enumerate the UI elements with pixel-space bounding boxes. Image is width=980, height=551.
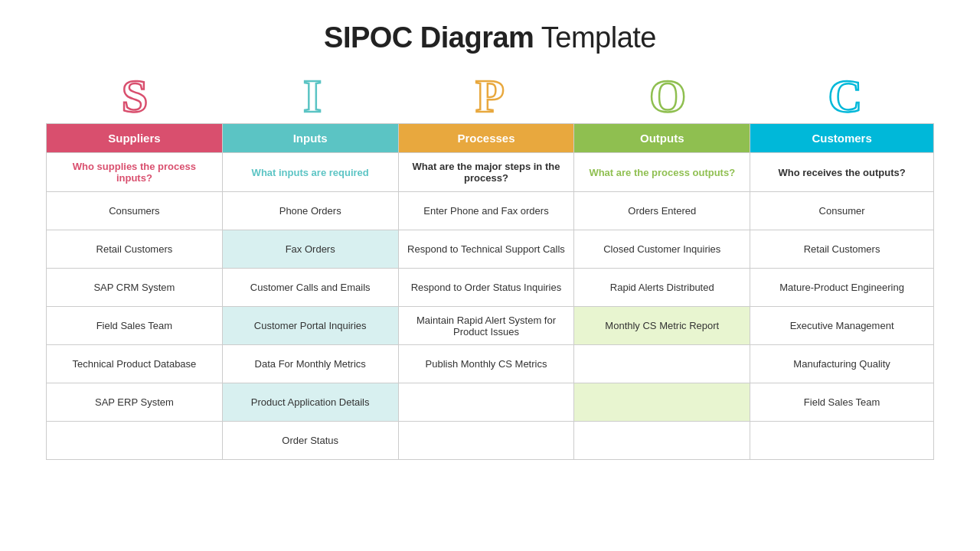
cell-output <box>574 345 750 383</box>
table-row: Order Status <box>47 422 934 460</box>
cell-supplier: SAP CRM System <box>47 269 223 307</box>
cell-customer: Field Sales Team <box>750 383 934 422</box>
letter-c: C <box>756 68 934 123</box>
letter-s: S <box>46 68 224 123</box>
cell-process: Respond to Order Status Inquiries <box>398 269 574 307</box>
subheader-inputs: What inputs are required <box>222 153 398 192</box>
page-title: SIPOC Diagram Template <box>324 21 656 54</box>
cell-output <box>574 422 750 460</box>
cell-supplier: SAP ERP System <box>47 383 223 422</box>
cell-output: Monthly CS Metric Report <box>574 307 750 345</box>
cell-supplier <box>47 422 223 460</box>
subheader-outputs: What are the process outputs? <box>574 153 750 192</box>
cell-output: Rapid Alerts Distributed <box>574 269 750 307</box>
cell-customer: Executive Management <box>750 307 934 345</box>
cell-process: Respond to Technical Support Calls <box>398 230 574 269</box>
cell-input: Fax Orders <box>222 230 398 269</box>
cell-input: Data For Monthly Metrics <box>222 345 398 383</box>
cell-output: Closed Customer Inquiries <box>574 230 750 269</box>
table-row: Retail Customers Fax Orders Respond to T… <box>47 230 934 269</box>
cell-supplier: Technical Product Database <box>47 345 223 383</box>
cell-input: Order Status <box>222 422 398 460</box>
header-inputs: Inputs <box>222 124 398 153</box>
cell-customer: Manufacturing Quality <box>750 345 934 383</box>
letter-row: S I P O C <box>46 68 934 123</box>
table-body: Consumers Phone Orders Enter Phone and F… <box>47 192 934 460</box>
subheader-row: Who supplies the process inputs? What in… <box>47 153 934 192</box>
header-outputs: Outputs <box>574 124 750 153</box>
cell-process <box>398 383 574 422</box>
header-row: Suppliers Inputs Processes Outputs Custo… <box>47 124 934 153</box>
cell-supplier: Consumers <box>47 192 223 230</box>
table-row: Technical Product Database Data For Mont… <box>47 345 934 383</box>
cell-process <box>398 422 574 460</box>
cell-process: Maintain Rapid Alert System for Product … <box>398 307 574 345</box>
cell-input: Customer Portal Inquiries <box>222 307 398 345</box>
header-suppliers: Suppliers <box>47 124 223 153</box>
subheader-customers: Who receives the outputs? <box>750 153 934 192</box>
cell-supplier: Field Sales Team <box>47 307 223 345</box>
subheader-processes: What are the major steps in the process? <box>398 153 574 192</box>
letter-i: I <box>224 68 401 123</box>
header-customers: Customers <box>750 124 934 153</box>
cell-input: Phone Orders <box>222 192 398 230</box>
cell-output <box>574 383 750 422</box>
subheader-suppliers: Who supplies the process inputs? <box>47 153 223 192</box>
cell-output: Orders Entered <box>574 192 750 230</box>
table-row: SAP CRM System Customer Calls and Emails… <box>47 269 934 307</box>
table-row: Consumers Phone Orders Enter Phone and F… <box>47 192 934 230</box>
letter-o: O <box>579 68 756 123</box>
cell-input: Product Application Details <box>222 383 398 422</box>
table-row: SAP ERP System Product Application Detai… <box>47 383 934 422</box>
cell-customer: Consumer <box>750 192 934 230</box>
table-row: Field Sales Team Customer Portal Inquiri… <box>47 307 934 345</box>
header-processes: Processes <box>398 124 574 153</box>
cell-process: Enter Phone and Fax orders <box>398 192 574 230</box>
sipoc-table: Suppliers Inputs Processes Outputs Custo… <box>46 123 934 460</box>
cell-process: Publish Monthly CS Metrics <box>398 345 574 383</box>
cell-input: Customer Calls and Emails <box>222 269 398 307</box>
cell-supplier: Retail Customers <box>47 230 223 269</box>
cell-customer: Retail Customers <box>750 230 934 269</box>
cell-customer: Mature-Product Engineering <box>750 269 934 307</box>
letter-p: P <box>401 68 579 123</box>
cell-customer <box>750 422 934 460</box>
